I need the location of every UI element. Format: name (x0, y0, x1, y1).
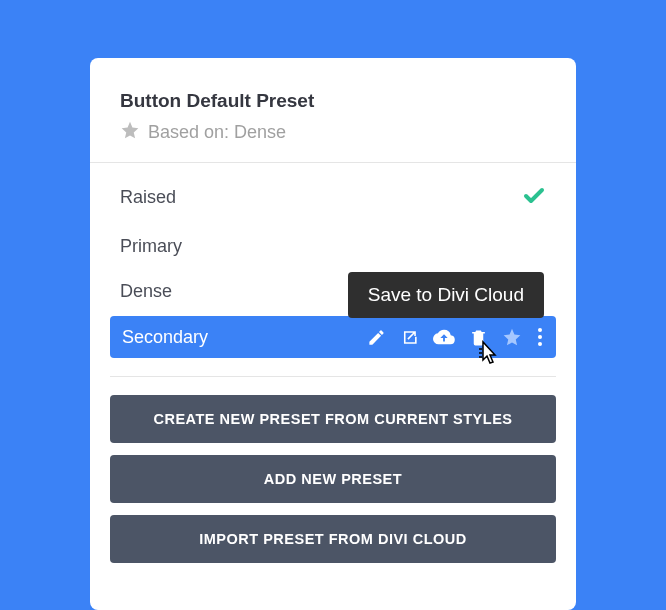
create-preset-button[interactable]: CREATE NEW PRESET FROM CURRENT STYLES (110, 395, 556, 443)
based-on-label: Based on: Dense (148, 122, 286, 143)
panel-title: Button Default Preset (120, 90, 546, 112)
based-on-row: Based on: Dense (120, 120, 546, 144)
edit-icon[interactable] (367, 328, 386, 347)
more-icon[interactable] (536, 328, 544, 346)
cloud-upload-icon[interactable] (433, 326, 455, 348)
check-icon (522, 183, 546, 212)
preset-item-raised[interactable]: Raised (110, 171, 556, 224)
preset-name: Secondary (122, 327, 367, 348)
import-preset-button[interactable]: IMPORT PRESET FROM DIVI CLOUD (110, 515, 556, 563)
preset-list: Raised Primary Dense Secondary Save to D… (90, 163, 576, 358)
preset-item-primary[interactable]: Primary (110, 224, 556, 269)
preset-actions: Save to Divi Cloud (367, 326, 544, 348)
action-buttons: CREATE NEW PRESET FROM CURRENT STYLES AD… (90, 395, 576, 563)
tooltip: Save to Divi Cloud (348, 272, 544, 318)
delete-icon[interactable] (469, 328, 488, 347)
star-icon[interactable] (502, 327, 522, 347)
preset-name: Primary (120, 236, 546, 257)
divider (110, 376, 556, 377)
preset-item-secondary[interactable]: Secondary Save to Divi Cloud (110, 316, 556, 358)
panel-header: Button Default Preset Based on: Dense (90, 90, 576, 163)
add-preset-button[interactable]: ADD NEW PRESET (110, 455, 556, 503)
export-icon[interactable] (400, 328, 419, 347)
preset-name: Raised (120, 187, 522, 208)
preset-panel: Button Default Preset Based on: Dense Ra… (90, 58, 576, 610)
star-icon (120, 120, 140, 144)
